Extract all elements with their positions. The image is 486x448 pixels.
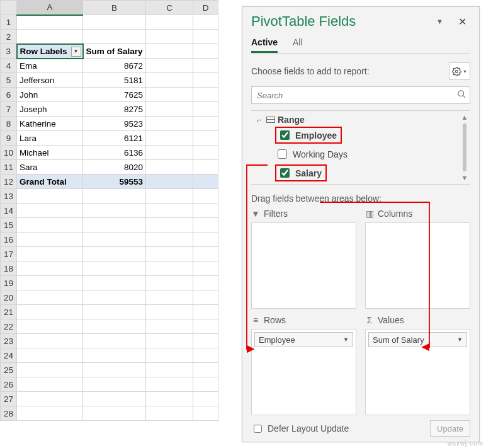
row-header[interactable]: 2 — [1, 30, 17, 44]
row-header[interactable]: 25 — [1, 363, 17, 377]
col-header-A[interactable]: A — [17, 1, 83, 15]
pivottable-fields-panel: PivotTable Fields ▼ ✕ Active All Choose … — [242, 6, 480, 442]
row-header[interactable]: 12 — [1, 175, 17, 189]
row-labels-text: Row Labels — [20, 47, 67, 56]
pivot-data-cell[interactable]: John — [17, 88, 83, 102]
pivot-data-cell[interactable]: 8020 — [83, 160, 146, 175]
tab-active[interactable]: Active — [251, 37, 278, 53]
row-header[interactable]: 22 — [1, 319, 17, 334]
tab-all[interactable]: All — [293, 37, 303, 53]
pivot-data-cell[interactable]: 6121 — [83, 131, 146, 146]
row-header[interactable]: 17 — [1, 247, 17, 261]
col-header-C[interactable]: C — [146, 1, 193, 15]
pivot-data-cell[interactable]: 9523 — [83, 117, 146, 131]
pivot-data-cell[interactable]: Michael — [17, 146, 83, 160]
row-header[interactable]: 20 — [1, 290, 17, 305]
pivot-data-cell[interactable]: 6136 — [83, 146, 146, 160]
field-salary[interactable]: Salary — [251, 163, 459, 183]
row-header[interactable]: 4 — [1, 59, 17, 73]
row-header[interactable]: 5 — [1, 73, 17, 88]
pivot-data-cell[interactable]: 7625 — [83, 88, 146, 102]
row-header[interactable]: 15 — [1, 218, 17, 233]
row-header[interactable]: 1 — [1, 15, 17, 30]
svg-point-1 — [458, 91, 464, 96]
watermark: wsxwj.com — [448, 440, 483, 447]
pivot-data-cell[interactable]: Ema — [17, 59, 83, 73]
pivot-sum-header[interactable]: Sum of Salary — [83, 44, 146, 59]
row-header[interactable]: 8 — [1, 117, 17, 131]
row-header[interactable]: 23 — [1, 334, 17, 348]
row-header[interactable]: 13 — [1, 189, 17, 204]
field-salary-checkbox[interactable] — [280, 168, 290, 178]
range-label: Range — [278, 115, 305, 125]
row-header[interactable]: 18 — [1, 261, 17, 276]
field-list-scrollbar[interactable]: ▲ ▼ — [459, 111, 470, 184]
field-employee[interactable]: Employee — [251, 125, 459, 146]
rows-area[interactable]: ≡Rows Employee ▼ — [251, 315, 356, 415]
pivot-data-cell[interactable]: 8672 — [83, 59, 146, 73]
filters-area[interactable]: ▼Filters — [251, 209, 356, 309]
row-header[interactable]: 28 — [1, 406, 17, 421]
rows-label: Rows — [264, 315, 286, 325]
rows-field-employee[interactable]: Employee ▼ — [254, 332, 353, 347]
scroll-down-icon[interactable]: ▼ — [461, 174, 468, 181]
search-input[interactable] — [251, 86, 470, 104]
pivot-data-cell[interactable]: 8275 — [83, 102, 146, 117]
defer-checkbox-input[interactable] — [254, 425, 262, 433]
collapse-icon[interactable]: ⌐ — [255, 115, 264, 125]
col-header-D[interactable]: D — [193, 1, 218, 15]
spreadsheet-grid: A B C D 1 2 3 Row Labels ▼ Sum of Salary… — [0, 0, 239, 421]
columns-label: Columns — [378, 209, 412, 219]
field-working-days[interactable]: Working Days — [251, 146, 459, 163]
dropdown-caret-icon[interactable]: ▼ — [343, 336, 349, 343]
pivot-row-labels-header[interactable]: Row Labels ▼ — [17, 44, 83, 59]
field-employee-checkbox[interactable] — [280, 130, 290, 140]
values-area[interactable]: ΣValues Sum of Salary ▼ — [365, 315, 470, 415]
range-node[interactable]: ⌐ Range — [251, 115, 459, 125]
panel-options-caret-icon[interactable]: ▼ — [436, 18, 443, 25]
rows-field-label: Employee — [259, 335, 295, 345]
row-header[interactable]: 27 — [1, 392, 17, 406]
row-header[interactable]: 3 — [1, 44, 17, 59]
values-label: Values — [378, 315, 404, 325]
row-header[interactable]: 6 — [1, 88, 17, 102]
tools-button[interactable]: ▼ — [449, 62, 470, 80]
row-header[interactable]: 26 — [1, 377, 17, 392]
pivot-grand-total-value[interactable]: 59553 — [83, 175, 146, 189]
pivot-grand-total-label[interactable]: Grand Total — [17, 175, 83, 189]
row-header[interactable]: 11 — [1, 160, 17, 175]
col-header-B[interactable]: B — [83, 1, 146, 15]
field-working-days-checkbox[interactable] — [278, 149, 287, 159]
pivot-filter-dropdown[interactable]: ▼ — [71, 47, 81, 57]
filter-icon: ▼ — [251, 209, 260, 219]
pivot-data-cell[interactable]: Lara — [17, 131, 83, 146]
row-header[interactable]: 24 — [1, 348, 17, 363]
pivot-data-cell[interactable]: Katherine — [17, 117, 83, 131]
row-header[interactable]: 9 — [1, 131, 17, 146]
scroll-up-icon[interactable]: ▲ — [461, 113, 468, 121]
pivot-data-cell[interactable]: 5181 — [83, 73, 146, 88]
pivot-data-cell[interactable]: Joseph — [17, 102, 83, 117]
pivot-data-cell[interactable]: Sara — [17, 160, 83, 175]
field-salary-label: Salary — [295, 168, 322, 178]
row-header[interactable]: 21 — [1, 305, 17, 319]
pivot-data-cell[interactable]: Jefferson — [17, 73, 83, 88]
field-employee-label: Employee — [295, 130, 337, 141]
rows-icon: ≡ — [251, 315, 260, 325]
row-header[interactable]: 10 — [1, 146, 17, 160]
row-header[interactable]: 19 — [1, 276, 17, 290]
row-header[interactable]: 7 — [1, 102, 17, 117]
update-button[interactable]: Update — [430, 420, 470, 437]
columns-icon: ▥ — [365, 209, 374, 219]
field-list: ⌐ Range Employee Working Days Salary — [251, 111, 459, 184]
svg-line-2 — [463, 95, 465, 98]
row-header[interactable]: 14 — [1, 204, 17, 218]
row-header[interactable]: 16 — [1, 233, 17, 247]
dropdown-caret-icon[interactable]: ▼ — [457, 336, 463, 343]
close-button[interactable]: ✕ — [455, 15, 470, 28]
scroll-thumb[interactable] — [463, 123, 466, 171]
select-all-corner[interactable] — [1, 1, 17, 15]
values-field-sum-salary[interactable]: Sum of Salary ▼ — [368, 332, 467, 347]
columns-area[interactable]: ▥Columns — [365, 209, 470, 309]
defer-layout-checkbox[interactable]: Defer Layout Update — [251, 423, 349, 435]
